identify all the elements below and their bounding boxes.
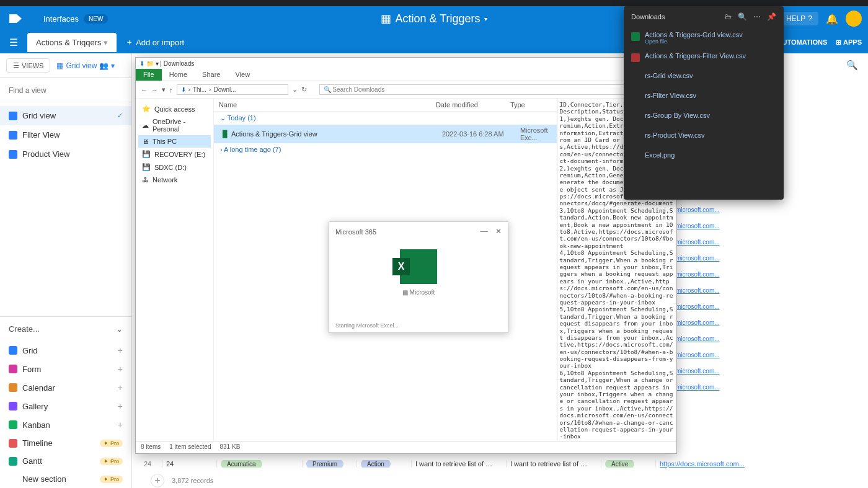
avatar[interactable]: [846, 11, 862, 27]
tab-actions-triggers[interactable]: Actions & Triqqers ▾: [27, 33, 117, 52]
downloads-title: Downloads: [631, 13, 665, 20]
explorer-search[interactable]: 🔍 Search Downloads: [319, 84, 672, 95]
views-button[interactable]: ☰ VIEWS: [6, 58, 50, 73]
apps-link[interactable]: ⊞ APPS: [836, 38, 862, 47]
record-count: 3,872 records: [172, 477, 213, 484]
explorer-status: 8 items 1 item selected 831 KB: [136, 441, 676, 453]
table-row[interactable]: microsoft.com...: [671, 267, 733, 282]
create-header[interactable]: Create...⌄: [0, 317, 131, 341]
search-views-input[interactable]: [9, 86, 123, 95]
view-filter-view[interactable]: Filter View: [0, 125, 131, 144]
group-long-ago[interactable]: › A long time ago (7): [214, 143, 557, 156]
views-sidebar: ☰ VIEWS ▦ Grid view 👥 ▾ Grid view Filter…: [0, 53, 132, 488]
download-file[interactable]: rs-Group By View.csv: [631, 105, 776, 125]
search-icon[interactable]: 🔍: [846, 60, 858, 71]
current-view[interactable]: ▦ Grid view 👥 ▾: [56, 58, 114, 73]
folder-icon: 📁: [146, 60, 154, 67]
forward-icon[interactable]: →: [151, 86, 158, 94]
airtable-logo[interactable]: [0, 14, 31, 23]
breadcrumb[interactable]: ⬇ › Thi... › Downl...: [177, 84, 288, 95]
splash-title: Microsoft 365: [335, 228, 502, 236]
create-timeline[interactable]: Timeline✦ Pro: [0, 434, 131, 452]
folder-icon[interactable]: 🗁: [724, 12, 732, 21]
chevron-down-icon: ⌄: [116, 324, 123, 334]
create-form[interactable]: Form+: [0, 360, 131, 378]
this-pc[interactable]: 🖥This PC: [138, 135, 211, 148]
ribbon-view[interactable]: View: [228, 69, 257, 81]
excel-file-icon: [631, 32, 640, 41]
excel-file-icon: ▉: [223, 130, 228, 138]
minimize-icon[interactable]: —: [480, 227, 488, 236]
help-button[interactable]: HELP?: [780, 12, 818, 25]
excel-logo-icon: [400, 249, 437, 284]
network[interactable]: 🖧Network: [138, 174, 211, 186]
refresh-icon[interactable]: ↻: [301, 86, 307, 94]
create-gantt[interactable]: Gantt✦ Pro: [0, 452, 131, 470]
view-grid-view[interactable]: Grid view: [0, 106, 131, 125]
browser-chrome: [0, 0, 868, 6]
table-row[interactable]: microsoft.com...: [671, 315, 733, 330]
group-today[interactable]: ⌄ Today (1): [214, 112, 557, 125]
page-title[interactable]: ▦ Action & Triggers ▾: [381, 12, 487, 25]
download-item[interactable]: Actions & Triggers-Grid view.csvOpen fil…: [631, 27, 776, 48]
view-product-view[interactable]: Product View: [0, 144, 131, 164]
open-file-link[interactable]: Open file: [645, 38, 743, 45]
up-icon[interactable]: ↑: [169, 86, 173, 94]
menu-icon[interactable]: ☰: [0, 37, 27, 48]
recovery-drive[interactable]: 💾RECOVERY (E:): [138, 148, 211, 161]
table-row[interactable]: microsoft.com...: [671, 283, 733, 298]
notifications-icon[interactable]: 🔔: [826, 13, 838, 25]
starting-text: Starting Microsoft Excel...: [335, 322, 399, 329]
file-icon: [631, 53, 640, 62]
quick-access[interactable]: ⭐Quick access: [138, 102, 211, 115]
table-row[interactable]: microsoft.com...: [671, 347, 733, 362]
explorer-sidebar: ⭐Quick access ☁OneDrive - Personal 🖥This…: [136, 99, 214, 441]
col-date[interactable]: Date modified: [436, 101, 510, 109]
base-icon: ▦: [381, 12, 391, 25]
sdxc-drive[interactable]: 💾SDXC (D:): [138, 161, 211, 174]
create-calendar[interactable]: Calendar+: [0, 378, 131, 397]
add-row-button[interactable]: +: [151, 474, 164, 487]
chevron-down-icon[interactable]: ▾: [484, 16, 487, 22]
create-kanban[interactable]: Kanban+: [0, 415, 131, 434]
new-badge: NEW: [84, 14, 108, 24]
table-row[interactable]: microsoft.com...: [671, 251, 733, 265]
close-icon[interactable]: ✕: [495, 227, 502, 236]
table-row[interactable]: microsoft.com...: [671, 331, 733, 346]
table-row[interactable]: microsoft.com...: [671, 234, 733, 249]
pin-icon[interactable]: 📌: [767, 12, 776, 21]
back-icon[interactable]: ←: [141, 86, 148, 94]
ribbon-file[interactable]: File: [136, 69, 162, 81]
create-new-section[interactable]: New section✦ Pro: [0, 470, 131, 488]
excel-splash: Microsoft 365 —✕ ▦ Microsoft Starting Mi…: [329, 221, 508, 333]
interfaces-link[interactable]: Interfaces: [43, 14, 79, 24]
create-gallery[interactable]: Gallery+: [0, 397, 131, 415]
search-views[interactable]: [0, 78, 131, 102]
table-row[interactable]: microsoft.com...: [671, 218, 733, 233]
table-row[interactable]: microsoft.com...: [671, 299, 733, 314]
search-icon[interactable]: 🔍: [738, 12, 747, 21]
file-csv[interactable]: ▉ Actions & Triggers-Grid view 2022-03-1…: [214, 125, 557, 143]
table-row[interactable]: microsoft.com...: [671, 202, 733, 217]
browser-downloads-panel: Downloads 🗁 🔍 ⋯ 📌 Actions & Triggers-Gri…: [624, 6, 784, 200]
ribbon-home[interactable]: Home: [162, 69, 195, 81]
ribbon-share[interactable]: Share: [195, 69, 228, 81]
download-item[interactable]: Actions & Triggers-Filter View.csv: [631, 48, 776, 66]
table-row[interactable]: 24 24 Acumatica Premium Action I want to…: [138, 456, 864, 471]
microsoft-label: ▦ Microsoft: [335, 289, 502, 296]
download-file[interactable]: rs-Product View.csv: [631, 125, 776, 145]
col-name[interactable]: Name: [219, 101, 436, 109]
download-file[interactable]: rs-Filter View.csv: [631, 86, 776, 105]
create-grid[interactable]: Grid+: [0, 341, 131, 360]
download-file[interactable]: Excel.png: [631, 145, 776, 165]
onedrive[interactable]: ☁OneDrive - Personal: [138, 115, 211, 135]
more-icon[interactable]: ⋯: [753, 12, 761, 21]
table-row[interactable]: microsoft.com...: [671, 363, 733, 378]
download-file[interactable]: rs-Grid view.csv: [631, 66, 776, 86]
down-arrow-icon: ⬇: [140, 60, 144, 67]
col-type[interactable]: Type: [510, 101, 525, 109]
explorer-titlebar[interactable]: ⬇ 📁 ▾ | Downloads —☐✕: [136, 58, 676, 69]
add-import-button[interactable]: ＋Add or import: [125, 37, 184, 48]
table-row[interactable]: microsoft.com...: [671, 379, 733, 394]
